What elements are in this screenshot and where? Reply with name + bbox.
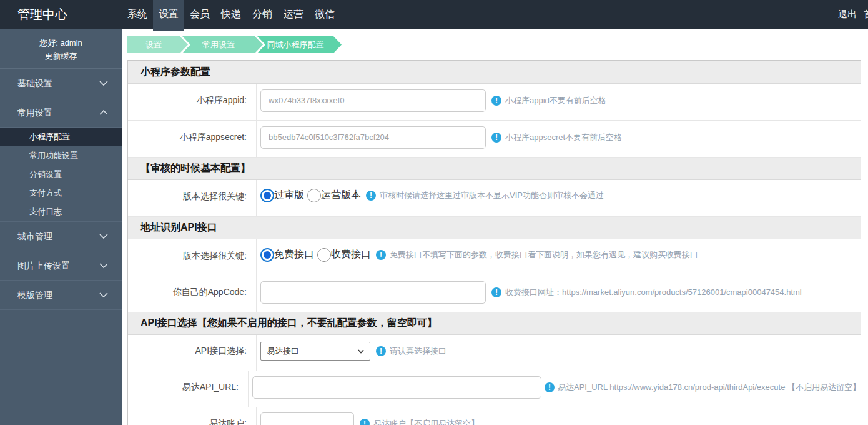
top-navbar: 管理中心 系统 设置 会员 快递 分销 运营 微信 退出 首页 [0,0,868,29]
nav-item-system[interactable]: 系统 [122,0,153,29]
info-icon: ! [376,346,386,356]
form-row-appsecret: 小程序appsecret: ! 小程序appsecret不要有前后空格 [128,121,861,158]
nav-item-wechat[interactable]: 微信 [309,0,340,29]
chevron-down-icon [99,292,108,298]
form-row-api-mode: 版本选择很关键: 免费接口 收费接口 ! 免费接口不填写下面的参数，收费接口看下… [128,239,861,276]
form-row-version: 版本选择很关键: 过审版 运营版本 ! 审核时候请选择这里过审版本不显示VIP功… [128,180,861,217]
sidebar-item-distribution-settings[interactable]: 分销设置 [0,165,122,184]
form-row-yida-account: 易达账户: ! 易达账户【不启用易达留空】 [128,408,861,425]
nav-item-express[interactable]: 快递 [215,0,247,29]
nav-item-members[interactable]: 会员 [184,0,215,29]
sidebar-item-template-management[interactable]: 模版管理 [0,281,122,310]
info-icon: ! [491,288,501,298]
info-icon: ! [545,382,555,392]
chevron-down-icon [99,263,108,269]
appcode-input[interactable] [260,281,486,304]
sidebar-item-payment-method[interactable]: 支付方式 [0,184,122,202]
greeting-text: 您好: admin [0,36,122,49]
top-menu: 系统 设置 会员 快递 分销 运营 微信 [122,0,340,29]
sidebar-item-common-settings[interactable]: 常用设置 [0,98,122,128]
section-header-review-config: 【审核的时候基本配置】 [128,158,861,180]
home-link[interactable]: 首页 [864,0,868,29]
form-row-appcode: 你自己的AppCode: ! 收费接口网址：https://market.ali… [128,276,861,312]
radio-review-version[interactable] [260,189,274,202]
form-row-api-select: API接口选择: 易达接口 ! 请认真选择接口 [128,335,861,371]
api-select-dropdown[interactable]: 易达接口 [260,342,370,361]
chevron-down-icon [99,81,108,86]
section-header-miniprogram-params: 小程序参数配置 [128,61,861,84]
appsecret-hint: ! 小程序appsecret不要有前后空格 [491,132,622,143]
settings-panel: 小程序参数配置 小程序appid: ! 小程序appid不要有前后空格 小程序a… [127,60,861,425]
api-mode-label: 版本选择很关键: [128,239,257,276]
version-hint: ! 审核时候请选择这里过审版本不显示VIP功能否则审核不会通过 [366,190,604,201]
sidebar-item-payment-log[interactable]: 支付日志 [0,202,122,221]
section-header-api-select: API接口选择【您如果不启用的接口，不要乱配置参数，留空即可】 [128,312,861,335]
chevron-down-icon [358,349,364,354]
breadcrumb: 设置 常用设置 同城小程序配置 [127,36,868,53]
appid-label: 小程序appid: [128,84,257,120]
form-row-appid: 小程序appid: ! 小程序appid不要有前后空格 [128,84,861,121]
main-content: 设置 常用设置 同城小程序配置 小程序参数配置 小程序appid: ! 小程序a… [122,29,868,425]
radio-operation-version[interactable] [307,189,321,202]
yida-url-hint: ! 易达API_URL https://www.yida178.cn/prod-… [545,382,861,393]
appsecret-input[interactable] [260,126,486,149]
appcode-label: 你自己的AppCode: [128,276,257,312]
api-mode-hint: ! 免费接口不填写下面的参数，收费接口看下面说明，如果您有遇见，建议购买收费接口 [376,249,698,261]
form-row-yida-url: 易达API_URL: ! 易达API_URL https://www.yida1… [128,371,861,408]
sidebar-item-basic-settings[interactable]: 基础设置 [0,69,122,98]
radio-free-api[interactable] [260,248,274,262]
info-icon: ! [366,191,376,201]
info-icon: ! [360,419,370,425]
sidebar-item-image-upload[interactable]: 图片上传设置 [0,251,122,281]
chevron-down-icon [99,234,108,239]
info-icon: ! [491,132,501,142]
sidebar-item-city-management[interactable]: 城市管理 [0,222,122,251]
sidebar-item-miniprogram-config[interactable]: 小程序配置 [0,128,122,146]
api-select-hint: ! 请认真选择接口 [376,346,446,357]
api-select-label: API接口选择: [128,335,257,371]
info-icon: ! [376,250,386,260]
nav-item-distribution[interactable]: 分销 [247,0,278,29]
navbar-right: 退出 首页 [838,0,868,29]
radio-paid-api[interactable] [317,248,331,262]
app-title: 管理中心 [0,0,122,29]
refresh-cache-link[interactable]: 更新缓存 [0,49,122,62]
breadcrumb-settings[interactable]: 设置 [127,36,188,53]
info-icon: ! [491,96,501,106]
breadcrumb-common-settings[interactable]: 常用设置 [182,36,263,53]
appid-hint: ! 小程序appid不要有前后空格 [491,95,606,106]
yida-account-input[interactable] [260,412,354,425]
appid-input[interactable] [260,89,486,112]
yida-url-label: 易达API_URL: [128,371,249,407]
sidebar-submenu: 小程序配置 常用功能设置 分销设置 支付方式 支付日志 [0,128,122,222]
version-label: 版本选择很关键: [128,180,257,216]
yida-url-input[interactable] [252,376,541,399]
appcode-hint: ! 收费接口网址：https://market.aliyun.com/produ… [491,287,802,298]
appsecret-label: 小程序appsecret: [128,121,257,157]
user-block: 您好: admin 更新缓存 [0,29,122,69]
sidebar: 您好: admin 更新缓存 基础设置 常用设置 小程序配置 常用功能设置 分销… [0,29,122,425]
sidebar-item-common-function[interactable]: 常用功能设置 [0,146,122,165]
breadcrumb-current-page[interactable]: 同城小程序配置 [257,36,342,53]
section-header-address-api: 地址识别API接口 [128,217,861,239]
yida-account-label: 易达账户: [128,408,257,425]
nav-item-settings[interactable]: 设置 [153,0,184,31]
yida-account-hint: ! 易达账户【不启用易达留空】 [360,418,479,425]
chevron-up-icon [99,110,108,116]
logout-link[interactable]: 退出 [838,0,857,29]
nav-item-operation[interactable]: 运营 [278,0,309,29]
